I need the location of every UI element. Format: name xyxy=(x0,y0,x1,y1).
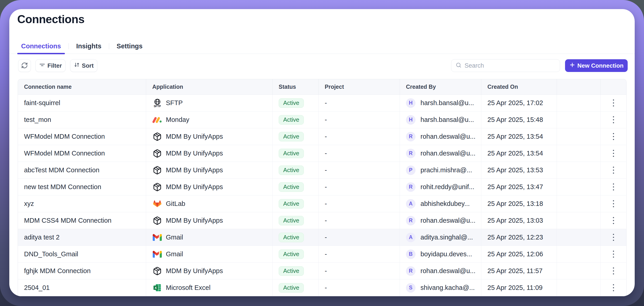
application-cell: MDM By UnifyApps xyxy=(146,145,272,162)
sort-button[interactable]: Sort xyxy=(70,59,97,72)
connection-name-cell: MDM CSS4 MDM Connection xyxy=(18,212,146,229)
filter-icon xyxy=(39,62,46,70)
row-actions-button[interactable] xyxy=(607,164,620,176)
refresh-icon xyxy=(21,62,28,70)
avatar: R xyxy=(406,149,416,158)
row-actions-button[interactable] xyxy=(607,97,620,110)
table-row[interactable]: DND_Tools_Gmail Gmail Active - B boyidap… xyxy=(18,246,626,263)
actions-cell xyxy=(601,212,626,229)
table-row[interactable]: MDM CSS4 MDM Connection MDM By UnifyApps… xyxy=(18,212,626,229)
tab-insights[interactable]: Insights xyxy=(72,39,105,54)
status-badge: Active xyxy=(279,266,304,276)
avatar: A xyxy=(406,233,416,242)
column-header-status: Status xyxy=(272,79,318,94)
connection-name-cell: aditya test 2 xyxy=(18,229,146,246)
created-by-cell: H harsh.bansal@u... xyxy=(400,95,481,111)
search-input[interactable] xyxy=(464,62,556,69)
created-on-cell: 25 Apr 2025, 13:18 xyxy=(481,196,557,212)
created-by-cell: R rohan.deswal@u... xyxy=(400,212,481,229)
new-connection-button[interactable]: New Connection xyxy=(565,59,628,72)
refresh-button[interactable] xyxy=(18,59,31,72)
status-cell: Active xyxy=(272,112,318,128)
status-badge: Active xyxy=(279,233,304,242)
actions-cell xyxy=(601,246,626,262)
created-on-cell: 25 Apr 2025, 12:23 xyxy=(481,229,557,246)
status-cell: Active xyxy=(272,145,318,162)
mdm-icon xyxy=(152,180,162,194)
created-by-cell: R rohit.reddy@unif... xyxy=(400,179,481,195)
table-row[interactable]: WFModel MDM Connection MDM By UnifyApps … xyxy=(18,145,626,162)
application-cell: MDM By UnifyApps xyxy=(146,162,272,178)
row-actions-button[interactable] xyxy=(607,214,620,227)
table-row[interactable]: WFModel MDM Connection MDM By UnifyApps … xyxy=(18,128,626,145)
actions-cell xyxy=(601,95,626,111)
table-body: faint-squirrel SFTP SFTP Active - H hars… xyxy=(18,95,626,296)
row-actions-button[interactable] xyxy=(607,231,620,244)
row-actions-button[interactable] xyxy=(607,181,620,194)
created-on-cell: 25 Apr 2025, 15:48 xyxy=(481,112,557,128)
status-cell: Active xyxy=(272,95,318,111)
avatar: R xyxy=(406,216,416,226)
application-cell: Gmail xyxy=(146,229,272,246)
avatar: R xyxy=(406,266,416,276)
project-cell: - xyxy=(318,229,400,246)
connection-name-cell: xyz xyxy=(18,196,146,212)
application-cell: Monday xyxy=(146,112,272,128)
actions-cell xyxy=(601,179,626,195)
filter-button[interactable]: Filter xyxy=(36,59,66,72)
page-title: Connections xyxy=(17,13,84,26)
status-badge: Active xyxy=(279,166,304,175)
spacer-cell xyxy=(557,179,601,195)
row-actions-button[interactable] xyxy=(607,130,620,143)
status-badge: Active xyxy=(279,149,304,158)
table-row[interactable]: abcTest MDM Connection MDM By UnifyApps … xyxy=(18,162,626,179)
spacer-cell xyxy=(557,229,601,246)
row-actions-button[interactable] xyxy=(607,114,620,126)
project-cell: - xyxy=(318,179,400,195)
application-cell: X Microsoft Excel xyxy=(146,280,272,296)
actions-cell xyxy=(601,145,626,162)
table-row[interactable]: faint-squirrel SFTP SFTP Active - H hars… xyxy=(18,95,626,112)
created-by-cell: B boyidapu.deves... xyxy=(400,246,481,262)
spacer-cell xyxy=(557,246,601,262)
actions-cell xyxy=(601,196,626,212)
column-header-blank-6 xyxy=(557,79,601,94)
tab-settings[interactable]: Settings xyxy=(113,39,146,54)
table-row[interactable]: new test MDM Connection MDM By UnifyApps… xyxy=(18,179,626,196)
tabbar: Connections Insights Settings xyxy=(9,39,635,54)
column-header-project: Project xyxy=(318,79,400,94)
table-row[interactable]: xyz GitLab Active - A abhishekdubey... 2… xyxy=(18,196,626,212)
sftp-icon: SFTP xyxy=(152,96,162,110)
application-cell: MDM By UnifyApps xyxy=(146,212,272,229)
status-cell: Active xyxy=(272,280,318,296)
svg-text:X: X xyxy=(154,286,157,290)
spacer-cell xyxy=(557,212,601,229)
connection-name-cell: 2504_01 xyxy=(18,280,146,296)
status-badge: Active xyxy=(279,199,304,208)
column-header-created-on: Created On xyxy=(481,79,557,94)
status-badge: Active xyxy=(279,250,304,259)
row-actions-button[interactable] xyxy=(607,282,620,294)
column-header-application: Application xyxy=(146,79,272,94)
status-badge: Active xyxy=(279,182,304,192)
created-by-cell: A abhishekdubey... xyxy=(400,196,481,212)
row-actions-button[interactable] xyxy=(607,265,620,278)
project-cell: - xyxy=(318,95,400,111)
created-on-cell: 25 Apr 2025, 13:03 xyxy=(481,212,557,229)
tab-connections[interactable]: Connections xyxy=(17,39,65,54)
table-row[interactable]: 2504_01 X Microsoft Excel Active - S shi… xyxy=(18,280,626,296)
table-row[interactable]: fghjk MDM Connection MDM By UnifyApps Ac… xyxy=(18,263,626,280)
created-by-cell: R rohan.deswal@u... xyxy=(400,145,481,162)
row-actions-button[interactable] xyxy=(607,248,620,260)
row-actions-button[interactable] xyxy=(607,198,620,210)
table-row[interactable]: aditya test 2 Gmail Active - A aditya.si… xyxy=(18,229,626,246)
mdm-icon xyxy=(152,264,162,278)
created-by-cell: S shivang.kacha@... xyxy=(400,280,481,296)
application-cell: MDM By UnifyApps xyxy=(146,263,272,279)
row-actions-button[interactable] xyxy=(607,147,620,160)
spacer-cell xyxy=(557,196,601,212)
spacer-cell xyxy=(557,280,601,296)
table-row[interactable]: test_mon Monday Active - H harsh.bansal@… xyxy=(18,112,626,128)
spacer-cell xyxy=(557,263,601,279)
spacer-cell xyxy=(557,162,601,178)
